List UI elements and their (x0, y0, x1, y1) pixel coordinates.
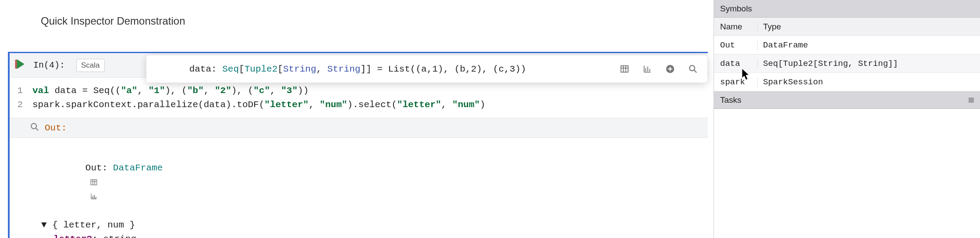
schema-field: letter?: string (41, 232, 708, 238)
line-number: 2 (10, 98, 32, 112)
sidebar: Symbols Name Type OutDataFramedataSeq[Tu… (714, 0, 980, 238)
svg-rect-12 (96, 197, 96, 199)
svg-point-2 (31, 123, 36, 129)
svg-line-26 (694, 70, 697, 73)
in-label: In(4): (33, 60, 65, 70)
code-content[interactable]: spark.sparkContext.parallelize(data).toD… (32, 98, 485, 112)
code-content[interactable]: val data = Seq(("a", "1"), ("b", "2"), (… (32, 84, 309, 98)
symbol-type: DataFrame (758, 40, 980, 50)
search-icon[interactable] (30, 122, 39, 134)
inspector-expression: data: Seq[Tuple2[String, String]] = List… (156, 54, 526, 84)
symbols-table: Name Type OutDataFramedataSeq[Tuple2[Str… (714, 18, 980, 91)
tasks-panel-header[interactable]: Tasks (714, 91, 980, 109)
output-body: Out: DataFrame ▼ { letter, num } letter?… (10, 138, 708, 238)
out-type: DataFrame (113, 163, 163, 173)
symbol-name: data (714, 59, 758, 69)
symbol-row-data[interactable]: dataSeq[Tuple2[String, String]] (714, 54, 980, 73)
symbol-type: Seq[Tuple2[String, String]] (758, 59, 980, 69)
out-label: Out: (45, 123, 67, 133)
symbol-name: spark (714, 77, 758, 87)
popover-var: data (189, 64, 211, 74)
svg-rect-1 (15, 60, 17, 69)
svg-rect-13 (621, 66, 628, 72)
symbol-row-out[interactable]: OutDataFrame (714, 36, 980, 54)
svg-rect-11 (94, 195, 95, 199)
svg-line-3 (36, 128, 39, 130)
col-type-header: Type (758, 22, 980, 32)
code-line[interactable]: 1val data = Seq(("a", "1"), ("b", "2"), … (10, 84, 708, 98)
code-line[interactable]: 2spark.sparkContext.parallelize(data).to… (10, 98, 708, 112)
search-icon[interactable] (688, 64, 698, 74)
output-result-line: Out: DataFrame (41, 147, 708, 218)
svg-rect-10 (92, 196, 93, 199)
out-prefix: Out: (85, 163, 113, 173)
output-header[interactable]: Out: (10, 118, 708, 138)
table-icon[interactable] (620, 64, 629, 74)
svg-point-25 (689, 65, 695, 71)
chart-icon[interactable] (90, 192, 98, 200)
stop-icon[interactable] (969, 97, 974, 103)
symbol-name: Out (714, 40, 758, 50)
svg-rect-4 (91, 180, 97, 185)
col-name-header: Name (714, 22, 758, 32)
popover-actions (620, 64, 698, 74)
language-badge[interactable]: Scala (76, 59, 105, 72)
page-title: Quick Inspector Demonstration (0, 0, 708, 27)
run-icon[interactable] (14, 58, 27, 73)
symbol-row-spark[interactable]: sparkSparkSession (714, 73, 980, 91)
symbol-type: SparkSession (758, 77, 980, 87)
plus-icon[interactable] (665, 64, 675, 74)
svg-marker-0 (17, 59, 25, 69)
table-icon[interactable] (90, 178, 98, 186)
main-pane: Quick Inspector Demonstration In(4): Sca… (0, 0, 708, 238)
inspector-popover: data: Seq[Tuple2[String, String]] = List… (146, 55, 707, 83)
symbols-table-header: Name Type (714, 18, 980, 36)
schema-header[interactable]: ▼ { letter, num } (41, 218, 708, 233)
symbols-panel-header[interactable]: Symbols (714, 0, 980, 18)
symbols-title: Symbols (720, 4, 752, 14)
chart-icon[interactable] (643, 64, 652, 74)
line-number: 1 (10, 84, 32, 98)
tasks-title: Tasks (720, 95, 742, 105)
